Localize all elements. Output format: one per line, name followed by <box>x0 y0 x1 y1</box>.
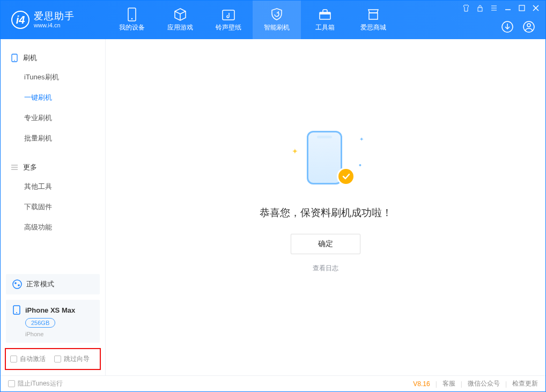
checkbox-label: 阻止iTunes运行 <box>18 379 63 388</box>
mode-text: 正常模式 <box>26 279 54 289</box>
maximize-icon[interactable] <box>518 4 526 12</box>
user-icon[interactable] <box>522 20 536 34</box>
main-content: ✦ ✦ • 恭喜您，保资料刷机成功啦！ 确定 查看日志 <box>106 39 545 375</box>
check-update-link[interactable]: 检查更新 <box>512 379 538 388</box>
sidebar-group-title: 刷机 <box>23 53 37 63</box>
logo: i4 爱思助手 www.i4.cn <box>1 11 108 29</box>
nav-apps[interactable]: 应用游戏 <box>156 1 204 39</box>
store-icon <box>366 8 380 21</box>
svg-point-13 <box>13 280 21 289</box>
support-link[interactable]: 客服 <box>442 379 455 388</box>
auto-activate-checkbox[interactable]: 自动激活 <box>10 354 46 364</box>
sparkle-icon: ✦ <box>359 136 364 142</box>
app-window: i4 爱思助手 www.i4.cn 我的设备 应用游戏 铃声壁纸 智能刷机 <box>0 0 546 392</box>
sidebar-group-title: 更多 <box>23 162 37 172</box>
svg-point-12 <box>14 60 15 61</box>
shield-refresh-icon <box>270 8 284 21</box>
ok-button[interactable]: 确定 <box>291 234 360 254</box>
nav-label: 我的设备 <box>119 23 145 32</box>
sidebar-item-batch-flash[interactable]: 批量刷机 <box>1 128 105 149</box>
titlebar: i4 爱思助手 www.i4.cn 我的设备 应用游戏 铃声壁纸 智能刷机 <box>1 1 545 39</box>
logo-icon: i4 <box>11 11 29 29</box>
svg-point-17 <box>16 312 17 313</box>
sidebar-item-oneclick-flash[interactable]: 一键刷机 <box>1 87 105 108</box>
menu-icon[interactable] <box>490 4 498 12</box>
svg-point-10 <box>527 24 530 27</box>
sidebar-group-more: 更多 <box>1 158 105 176</box>
titlebar-right-buttons <box>500 20 536 34</box>
svg-rect-2 <box>223 10 234 20</box>
app-url: www.i4.cn <box>34 22 75 28</box>
checkbox-label: 跳过向导 <box>64 354 90 364</box>
checkbox-box-icon <box>10 356 17 363</box>
sidebar-item-itunes-flash[interactable]: iTunes刷机 <box>1 67 105 87</box>
close-icon[interactable] <box>532 4 540 12</box>
app-name: 爱思助手 <box>34 11 75 22</box>
svg-point-1 <box>131 18 133 20</box>
window-controls <box>462 4 540 12</box>
sidebar: 刷机 iTunes刷机 一键刷机 专业刷机 批量刷机 更多 其他工具 下载固件 <box>1 39 106 375</box>
sidebar-item-advanced[interactable]: 高级功能 <box>1 217 105 238</box>
shirt-icon[interactable] <box>462 4 470 12</box>
nav-ringtones[interactable]: 铃声壁纸 <box>204 1 253 39</box>
nav-label: 爱思商城 <box>360 23 386 32</box>
svg-rect-4 <box>320 12 330 14</box>
cube-icon <box>173 8 187 21</box>
phone-icon <box>10 54 19 62</box>
top-nav: 我的设备 应用游戏 铃声壁纸 智能刷机 工具箱 爱思商城 <box>108 1 397 39</box>
version-text: V8.16 <box>413 380 430 388</box>
nav-label: 应用游戏 <box>167 23 193 32</box>
svg-rect-5 <box>369 13 378 19</box>
nav-label: 智能刷机 <box>264 23 290 32</box>
device-capacity-badge: 256GB <box>25 318 55 328</box>
sparkle-icon: • <box>359 161 361 169</box>
download-icon[interactable] <box>500 20 514 34</box>
nav-label: 工具箱 <box>315 23 335 32</box>
mode-card[interactable]: 正常模式 <box>6 274 100 294</box>
sidebar-item-download-firmware[interactable]: 下载固件 <box>1 197 105 217</box>
sidebar-group-flash: 刷机 <box>1 49 105 67</box>
sparkle-icon: ✦ <box>292 147 298 156</box>
checkbox-box-icon <box>8 380 15 387</box>
toolbox-icon <box>318 8 332 21</box>
checkbox-box-icon <box>54 356 61 363</box>
svg-point-14 <box>14 282 17 284</box>
device-icon <box>126 8 138 21</box>
device-name: iPhone XS Max <box>25 306 75 314</box>
skip-guide-checkbox[interactable]: 跳过向导 <box>54 354 90 364</box>
body: 刷机 iTunes刷机 一键刷机 专业刷机 批量刷机 更多 其他工具 下载固件 <box>1 39 545 375</box>
nav-my-device[interactable]: 我的设备 <box>108 1 156 39</box>
device-type: iPhone <box>25 331 93 337</box>
sidebar-item-other-tools[interactable]: 其他工具 <box>1 176 105 197</box>
device-icon <box>12 305 21 315</box>
wechat-link[interactable]: 微信公众号 <box>468 379 500 388</box>
checkbox-label: 自动激活 <box>20 354 46 364</box>
svg-point-15 <box>18 284 20 286</box>
footer: 阻止iTunes运行 V8.16 | 客服 | 微信公众号 | 检查更新 <box>1 375 545 391</box>
music-folder-icon <box>222 8 235 21</box>
mode-icon <box>12 279 22 289</box>
nav-store[interactable]: 爱思商城 <box>349 1 397 39</box>
success-illustration: ✦ ✦ • <box>291 131 360 190</box>
view-log-link[interactable]: 查看日志 <box>313 264 338 273</box>
list-icon <box>10 163 19 172</box>
success-message: 恭喜您，保资料刷机成功啦！ <box>260 206 392 220</box>
svg-rect-6 <box>478 8 482 11</box>
nav-label: 铃声壁纸 <box>216 23 241 32</box>
nav-smart-flash[interactable]: 智能刷机 <box>253 1 301 39</box>
nav-toolbox[interactable]: 工具箱 <box>301 1 349 39</box>
minimize-icon[interactable] <box>504 4 512 12</box>
block-itunes-checkbox[interactable]: 阻止iTunes运行 <box>8 379 63 388</box>
sidebar-item-pro-flash[interactable]: 专业刷机 <box>1 108 105 128</box>
highlighted-options: 自动激活 跳过向导 <box>5 348 101 370</box>
device-card[interactable]: iPhone XS Max 256GB iPhone <box>6 300 100 343</box>
lock-icon[interactable] <box>476 4 484 12</box>
check-badge-icon <box>337 167 355 186</box>
svg-rect-7 <box>519 5 525 11</box>
